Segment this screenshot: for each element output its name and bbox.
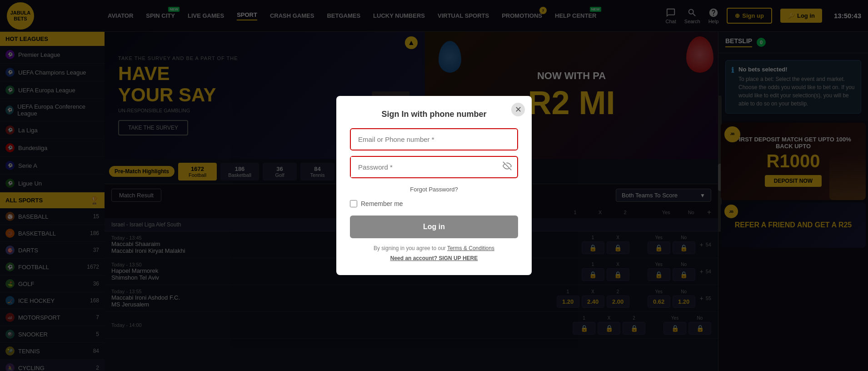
modal-close-button[interactable]: ✕ (511, 103, 525, 116)
modal-login-button[interactable]: Log in (350, 216, 518, 238)
modal-signup-text: Need an account? SIGN UP HERE (350, 255, 518, 261)
modal-overlay[interactable]: ✕ Sign In with phone number Forgot Passw… (0, 0, 868, 371)
forgot-password-link: Forgot Password? (350, 185, 518, 193)
modal-terms-text: By signing in you agree to our Terms & C… (350, 245, 518, 251)
email-input-group (350, 128, 518, 150)
signup-here-link[interactable]: Need an account? SIGN UP HERE (390, 255, 478, 261)
forgot-password-anchor[interactable]: Forgot Password? (410, 186, 458, 193)
toggle-password-icon[interactable] (497, 161, 517, 173)
terms-conditions-link[interactable]: Terms & Conditions (447, 245, 494, 251)
modal-title: Sign In with phone number (350, 110, 518, 119)
remember-me-row: Remember me (350, 200, 518, 207)
password-input-group (350, 156, 518, 178)
email-field[interactable] (351, 129, 517, 150)
remember-me-label: Remember me (361, 200, 403, 207)
login-modal: ✕ Sign In with phone number Forgot Passw… (336, 96, 532, 275)
password-field[interactable] (351, 157, 497, 177)
remember-me-checkbox[interactable] (350, 200, 357, 207)
